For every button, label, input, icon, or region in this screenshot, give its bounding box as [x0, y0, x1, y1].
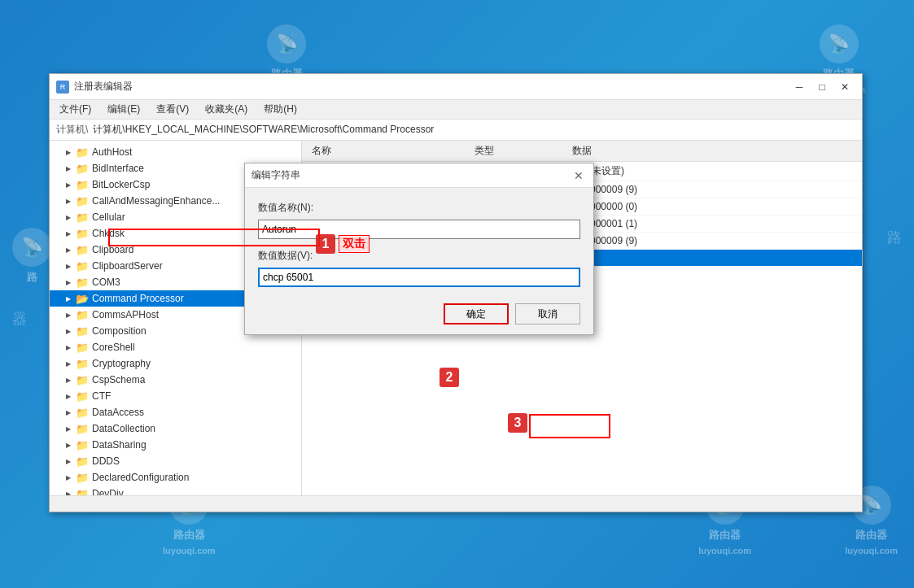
dialog-close-button[interactable]: ✕	[571, 168, 587, 183]
folder-icon: 📁	[76, 227, 89, 240]
dialog-cancel-button[interactable]: 取消	[515, 303, 580, 324]
arrow-icon: ▶	[66, 149, 76, 156]
folder-icon: 📁	[76, 146, 89, 159]
tree-label: DevDiv	[92, 488, 124, 495]
tree-label: BitLockerCsp	[92, 179, 150, 190]
watermark-char-2: 路	[887, 228, 902, 247]
folder-icon: 📁	[76, 438, 89, 451]
annotation-badge-2: 2	[440, 368, 459, 387]
tree-label: CallAndMessagingEnhance...	[92, 195, 220, 207]
folder-icon: 📁	[76, 276, 89, 289]
maximize-button[interactable]: □	[811, 79, 833, 95]
dialog-title: 编辑字符串	[251, 168, 300, 182]
tree-item-declaredconfig[interactable]: ▶ 📁 DeclaredConfiguration	[50, 469, 301, 486]
tree-label: AuthHost	[92, 146, 132, 158]
dialog-data-label: 数值数据(V):	[258, 249, 580, 263]
tree-label: CommsAPHost	[92, 309, 159, 320]
folder-icon: 📁	[76, 259, 89, 272]
arrow-icon: ▶	[66, 328, 76, 335]
tree-label: Clipboard	[92, 244, 133, 255]
arrow-icon: ▶	[66, 263, 76, 270]
tree-item-ddds[interactable]: ▶ 📁 DDDS	[50, 453, 301, 469]
tree-label: BidInterface	[92, 163, 144, 174]
tree-label: Cellular	[92, 211, 125, 223]
tree-label: DataAccess	[92, 407, 144, 418]
arrow-icon: ▶	[66, 458, 76, 465]
dialog-name-input[interactable]	[258, 220, 580, 239]
tree-item-dataaccess[interactable]: ▶ 📁 DataAccess	[50, 404, 301, 420]
tree-label: Chkdsk	[92, 228, 125, 239]
arrow-icon: ▶	[66, 279, 76, 286]
tree-item-devdiv[interactable]: ▶ 📁 DevDiv	[50, 486, 301, 495]
tree-label: CoreShell	[92, 342, 135, 353]
minimize-button[interactable]: ─	[789, 79, 810, 95]
dialog-body: 数值名称(N): 数值数据(V): 确定 取消	[245, 188, 593, 334]
menu-bar: 文件(F) 编辑(E) 查看(V) 收藏夹(A) 帮助(H)	[50, 100, 862, 120]
arrow-icon: ▶	[66, 214, 76, 221]
arrow-icon: ▶	[66, 344, 76, 351]
col-type: 类型	[471, 142, 569, 159]
address-bar: 计算机\ 计算机\HKEY_LOCAL_MACHINE\SOFTWARE\Mic…	[50, 120, 862, 141]
folder-icon: 📁	[76, 211, 89, 224]
arrow-icon: ▶	[66, 442, 76, 449]
tree-label: CTF	[92, 390, 111, 402]
menu-file[interactable]: 文件(F)	[53, 101, 98, 118]
arrow-icon: ▶	[66, 377, 76, 384]
router-icon: 📡	[267, 24, 306, 63]
tree-item-datacollection[interactable]: ▶ 📁 DataCollection	[50, 420, 301, 437]
doublclick-label: 双击	[339, 235, 370, 253]
tree-label: DataSharing	[92, 439, 147, 451]
arrow-icon: ▶	[66, 181, 76, 189]
title-bar: R 注册表编辑器 ─ □ ✕	[50, 74, 862, 100]
value-data: 0x00000000 (0)	[569, 201, 855, 212]
watermark-url-3: luyouqi.com	[163, 546, 216, 555]
dialog-ok-button[interactable]: 确定	[444, 303, 509, 324]
folder-icon: 📁	[76, 194, 89, 207]
dialog-data-input[interactable]	[258, 268, 580, 287]
value-data: 0x00000009 (9)	[569, 235, 855, 246]
menu-favorites[interactable]: 收藏夹(A)	[199, 101, 254, 118]
annotation-badge-1: 1	[316, 234, 335, 254]
tree-item-cspschema[interactable]: ▶ 📁 CspSchema	[50, 372, 301, 388]
close-button[interactable]: ✕	[834, 79, 855, 95]
tree-label: DDDS	[92, 455, 120, 467]
menu-view[interactable]: 查看(V)	[150, 101, 195, 118]
arrow-icon: ▶	[66, 393, 76, 400]
tree-item-authhost[interactable]: ▶ 📁 AuthHost	[50, 144, 301, 160]
value-data: (数值未设置)	[569, 164, 855, 178]
folder-icon: 📁	[76, 422, 89, 435]
folder-icon: 📁	[76, 324, 89, 338]
watermark-mid-right: 路	[887, 228, 902, 247]
folder-icon: 📁	[76, 390, 89, 403]
annotation-badge-3: 3	[508, 413, 527, 433]
tree-item-ctf[interactable]: ▶ 📁 CTF	[50, 388, 301, 404]
watermark-url-5: luyouqi.com	[845, 546, 898, 555]
tree-item-datasharing[interactable]: ▶ 📁 DataSharing	[50, 437, 301, 453]
tree-label: Composition	[92, 325, 147, 337]
tree-item-cryptography[interactable]: ▶ 📁 Cryptography	[50, 355, 301, 372]
tree-label: DeclaredConfiguration	[92, 472, 189, 483]
tree-item-coreshell[interactable]: ▶ 📁 CoreShell	[50, 339, 301, 355]
watermark-mid-left: 📡 路	[12, 228, 51, 285]
arrow-icon: ▶	[66, 230, 76, 237]
folder-icon: 📁	[76, 357, 89, 370]
value-data: 0x00000009 (9)	[569, 184, 855, 195]
arrow-icon: ▶	[66, 409, 76, 416]
folder-icon: 📁	[76, 341, 89, 354]
watermark-mid-left2: 器	[12, 309, 27, 329]
tree-label: CspSchema	[92, 374, 145, 385]
address-path: 计算机\HKEY_LOCAL_MACHINE\SOFTWARE\Microsof…	[93, 123, 434, 137]
watermark-url-4: luyouqi.com	[698, 546, 751, 555]
router-icon-2: 📡	[820, 24, 859, 63]
arrow-icon: ▶	[66, 246, 76, 254]
tree-label: COM3	[92, 277, 120, 288]
menu-help[interactable]: 帮助(H)	[257, 101, 304, 118]
watermark-text-3: 路由器	[173, 528, 205, 542]
arrow-icon: ▶	[66, 311, 76, 319]
menu-edit[interactable]: 编辑(E)	[101, 101, 147, 118]
watermark-text-4: 路由器	[709, 528, 741, 542]
dialog-buttons: 确定 取消	[258, 303, 580, 324]
window-controls: ─ □ ✕	[789, 79, 855, 95]
dialog-name-label: 数值名称(N):	[258, 201, 580, 215]
folder-icon: 📁	[76, 406, 89, 419]
